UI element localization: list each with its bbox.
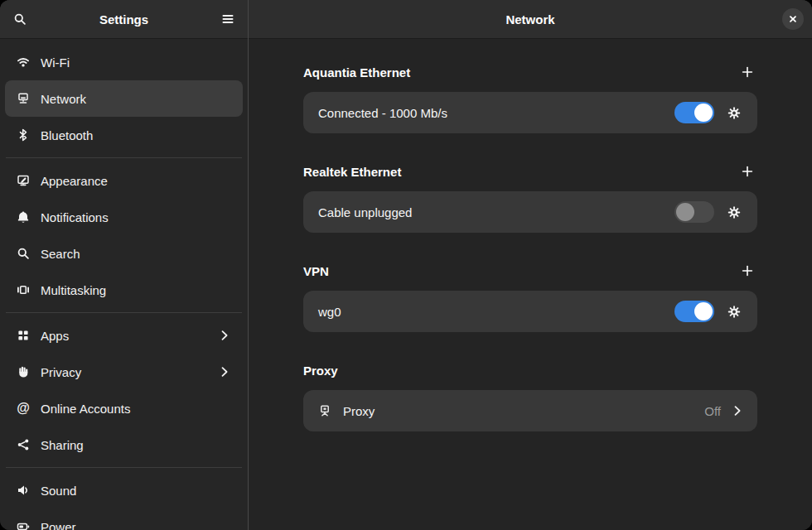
sidebar-divider [6, 467, 242, 468]
gear-icon [727, 106, 741, 119]
chevron-right-icon [731, 404, 744, 417]
section-title: Aquantia Ethernet [303, 65, 410, 80]
cable-unplugged-row: Cable unplugged [303, 191, 757, 233]
battery-icon [17, 520, 30, 530]
sidebar-item-label: Notifications [41, 210, 109, 224]
sidebar-title: Settings [33, 12, 215, 26]
plus-icon [741, 264, 754, 277]
connection-settings-button[interactable] [724, 103, 744, 123]
main-headerbar: Network [249, 0, 812, 39]
close-icon [786, 12, 800, 26]
section-header: VPN [303, 263, 757, 279]
sidebar-nav: Wi-FiNetworkBluetoothAppearanceNotificat… [0, 39, 248, 530]
sidebar-item-wi-fi[interactable]: Wi-Fi [5, 44, 243, 80]
hamburger-menu-icon [221, 12, 234, 26]
gear-icon [727, 305, 741, 318]
connection-settings-button[interactable] [724, 202, 744, 222]
sidebar-item-label: Apps [41, 329, 69, 343]
connection-toggle[interactable] [674, 201, 714, 223]
connection-card: ProxyOff [303, 390, 757, 431]
apps-grid-icon [17, 329, 30, 342]
sidebar-item-apps[interactable]: Apps [5, 317, 243, 354]
sidebar-item-online-accounts[interactable]: @Online Accounts [5, 390, 243, 426]
sidebar-item-multitasking[interactable]: Multitasking [5, 272, 243, 308]
row-label: Cable unplugged [318, 205, 665, 219]
speaker-icon [17, 484, 30, 497]
network-panel: Network Aquantia EthernetConnected - 100… [249, 0, 812, 530]
sidebar-item-label: Network [41, 92, 86, 106]
section-header: Realtek Ethernet [303, 163, 757, 180]
row-label: Connected - 1000 Mb/s [318, 106, 665, 120]
search-button[interactable] [7, 6, 33, 32]
toggle-knob [694, 302, 713, 320]
settings-window: Settings Wi-FiNetworkBluetoothAppearance… [0, 0, 812, 530]
connection-card: Cable unplugged [303, 191, 757, 233]
proxy-row[interactable]: ProxyOff [303, 390, 757, 431]
multitasking-icon [17, 283, 30, 296]
sidebar-item-bluetooth[interactable]: Bluetooth [5, 117, 243, 153]
connection-toggle[interactable] [674, 301, 714, 322]
add-connection-button[interactable] [737, 161, 757, 181]
chevron-right-icon [218, 365, 231, 378]
row-label: Proxy [343, 404, 694, 418]
bluetooth-icon [17, 128, 30, 142]
wg0-row: wg0 [303, 291, 757, 332]
sidebar-item-label: Online Accounts [41, 402, 130, 416]
section-aquantia-ethernet: Aquantia EthernetConnected - 1000 Mb/s [303, 64, 757, 133]
page-title: Network [505, 12, 554, 26]
section-realtek-ethernet: Realtek EthernetCable unplugged [303, 163, 757, 233]
row-value: Off [704, 404, 721, 418]
section-header: Aquantia Ethernet [303, 64, 757, 80]
section-title: Proxy [303, 364, 338, 378]
chevron-right-icon [218, 329, 231, 342]
section-proxy: ProxyProxyOff [303, 362, 757, 431]
sidebar-divider [6, 157, 242, 158]
network-content: Aquantia EthernetConnected - 1000 Mb/sRe… [249, 39, 812, 461]
connection-card: Connected - 1000 Mb/s [303, 92, 757, 133]
connection-settings-button[interactable] [724, 301, 744, 321]
bell-icon [17, 210, 30, 224]
sidebar-item-label: Appearance [41, 174, 108, 188]
sidebar-item-sound[interactable]: Sound [5, 472, 243, 508]
wifi-icon [17, 55, 30, 69]
add-connection-button[interactable] [737, 261, 757, 281]
sidebar-item-notifications[interactable]: Notifications [5, 199, 243, 235]
search-icon [17, 247, 30, 260]
hand-icon [17, 365, 30, 378]
sidebar-item-privacy[interactable]: Privacy [5, 354, 243, 390]
gear-icon [727, 205, 741, 219]
plus-icon [741, 165, 754, 178]
sidebar-item-label: Sharing [41, 438, 84, 452]
sidebar-item-network[interactable]: Network [5, 80, 243, 117]
appearance-icon [17, 174, 30, 187]
sidebar-item-label: Power [41, 520, 76, 530]
search-icon [13, 12, 27, 26]
section-header: Proxy [303, 362, 757, 378]
section-vpn: VPNwg0 [303, 263, 757, 332]
sidebar-item-label: Bluetooth [41, 128, 93, 142]
plus-icon [741, 65, 754, 79]
sidebar-item-label: Multitasking [41, 283, 106, 297]
connection-card: wg0 [303, 291, 757, 332]
sidebar-item-search[interactable]: Search [5, 235, 243, 272]
proxy-icon [318, 404, 331, 417]
toggle-knob [694, 104, 713, 122]
connection-toggle[interactable] [674, 102, 714, 123]
sidebar-headerbar: Settings [0, 0, 248, 39]
sidebar-divider [6, 312, 242, 313]
window-close-button[interactable] [782, 8, 804, 30]
add-connection-button[interactable] [737, 62, 757, 82]
main-menu-button[interactable] [215, 6, 241, 32]
section-title: Realtek Ethernet [303, 165, 401, 179]
sidebar: Settings Wi-FiNetworkBluetoothAppearance… [0, 0, 249, 530]
row-label: wg0 [318, 305, 665, 319]
sidebar-item-label: Sound [41, 484, 76, 498]
connected-1000-mb-s-row: Connected - 1000 Mb/s [303, 92, 757, 133]
sidebar-item-label: Privacy [41, 365, 81, 379]
sidebar-item-label: Wi-Fi [41, 55, 70, 70]
sidebar-item-power[interactable]: Power [5, 508, 243, 530]
section-title: VPN [303, 264, 329, 278]
sidebar-item-sharing[interactable]: Sharing [5, 426, 243, 463]
sidebar-item-appearance[interactable]: Appearance [5, 162, 243, 199]
sidebar-item-label: Search [41, 247, 80, 261]
